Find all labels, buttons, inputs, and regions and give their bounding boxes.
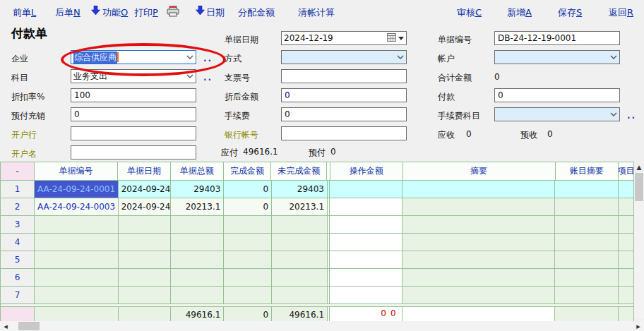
fee-subject-combobox[interactable] [494,107,620,121]
doc-date-cell[interactable]: 2024-09-24 [119,198,172,215]
account-memo-cell[interactable] [555,269,619,286]
chevron-down-icon[interactable] [395,55,406,59]
doc-no-input[interactable] [494,31,620,45]
undone-amount-cell[interactable] [272,251,328,268]
doc-total-cell[interactable] [171,216,224,233]
account-memo-cell[interactable] [555,287,619,303]
scroll-up-icon[interactable]: ▲ [634,162,644,172]
undone-amount-cell[interactable] [272,287,328,303]
vertical-scroll-thumb[interactable] [635,173,643,201]
doc-date-cell[interactable] [119,287,172,303]
dropdown-arrow-icon[interactable] [91,6,100,18]
undone-amount-cell[interactable] [272,269,328,286]
payment-input[interactable] [494,88,620,102]
doc-no-cell[interactable]: AA-24-09-24-0001 [35,181,119,198]
done-amount-cell[interactable] [224,216,272,233]
doc-no-cell[interactable] [35,234,119,251]
project-cell[interactable] [619,269,633,286]
chevron-down-icon[interactable] [184,55,196,59]
account-memo-cell[interactable] [555,251,619,268]
vertical-scrollbar[interactable]: ▲ [634,162,644,319]
table-row[interactable]: 4 [1,234,633,251]
project-cell[interactable] [619,216,633,233]
op-amount-ledger-cell[interactable] [330,251,402,268]
doc-date-cell[interactable] [119,234,172,251]
done-amount-cell[interactable] [224,287,272,303]
doc-no-cell[interactable] [35,251,119,268]
scroll-right-icon[interactable]: ▸ [633,321,644,331]
table-row[interactable]: 5 [1,251,633,269]
clear-account-calc-button[interactable]: 清帐计算 [298,6,335,19]
col-header-doc-no[interactable]: 单据编号 [35,162,118,180]
doc-total-cell[interactable] [171,251,224,268]
doc-date-cell[interactable]: 2024-09-24 [119,181,172,198]
prev-doc-button[interactable]: 前单L [13,6,36,19]
bank-account-input[interactable] [281,126,407,140]
doc-no-cell[interactable]: AA-24-09-24-0003 [35,198,119,215]
doc-date-picker[interactable]: 2024-12-19 [281,31,407,45]
done-amount-cell[interactable] [224,251,272,268]
op-amount-ledger-cell[interactable] [330,198,402,215]
op-amount-ledger-cell[interactable] [330,216,402,233]
method-combobox[interactable] [281,50,407,64]
col-header-done-amount[interactable]: 完成金额 [224,162,272,180]
done-amount-cell[interactable] [224,234,272,251]
chevron-down-icon[interactable] [184,74,196,78]
col-header-memo[interactable]: 摘要 [403,162,556,180]
allocate-amount-button[interactable]: 分配金额 [238,6,275,19]
horizontal-scrollbar[interactable]: ◂ ▸ [0,321,644,331]
prepay-offset-input[interactable] [71,107,196,121]
op-amount-ledger-cell[interactable] [330,287,402,303]
account-memo-cell[interactable] [555,181,619,198]
table-row[interactable]: 1AA-24-09-24-00012024-09-2429403029403 [1,181,633,198]
project-cell[interactable] [619,251,633,268]
doc-no-cell[interactable] [35,287,119,303]
memo-cell[interactable] [402,216,555,233]
memo-cell[interactable] [402,251,555,268]
op-amount-ledger-cell[interactable] [330,269,402,286]
account-memo-cell[interactable] [555,216,619,233]
col-header-account-memo[interactable]: 账目摘要 [556,162,619,180]
horizontal-scroll-thumb[interactable] [18,322,40,330]
next-doc-button[interactable]: 后单N [55,6,80,19]
doc-total-cell[interactable]: 29403 [171,181,224,198]
doc-total-cell[interactable]: 20213.1 [171,198,224,215]
undone-amount-cell[interactable] [272,234,328,251]
project-cell[interactable] [619,181,633,198]
memo-cell[interactable] [402,287,555,303]
memo-cell[interactable] [402,234,555,251]
scroll-left-icon[interactable]: ◂ [0,321,11,331]
date-button[interactable]: 日期 [206,6,225,19]
company-browse-button[interactable]: .. [203,54,213,64]
account-memo-cell[interactable] [555,198,619,215]
doc-date-cell[interactable] [119,216,172,233]
add-new-button[interactable]: 新增A [507,6,532,19]
functions-button[interactable]: 功能O [102,6,128,19]
calendar-icon[interactable] [387,33,396,44]
audit-button[interactable]: 审核C [457,6,482,19]
project-cell[interactable] [619,234,633,251]
done-amount-cell[interactable] [224,269,272,286]
print-button[interactable]: 打印P [134,6,158,19]
table-row[interactable]: 3 [1,216,633,234]
project-cell[interactable] [619,287,633,303]
done-amount-cell[interactable]: 0 [224,198,272,215]
col-header-project[interactable]: 项目 [619,162,633,180]
table-row[interactable]: 2AA-24-09-24-00032024-09-2420213.1020213… [1,198,633,216]
doc-no-cell[interactable] [35,216,119,233]
op-amount-ledger-cell[interactable] [330,181,402,198]
doc-no-cell[interactable] [35,269,119,286]
memo-cell[interactable] [402,269,555,286]
subject-combobox[interactable]: 业务支出 [71,69,196,83]
undone-amount-cell[interactable] [272,216,328,233]
chevron-down-icon[interactable] [608,55,619,59]
undone-amount-cell[interactable]: 20213.1 [272,198,328,215]
doc-total-cell[interactable] [171,234,224,251]
fee-input[interactable] [281,107,407,121]
account-name-input[interactable] [71,145,196,160]
project-cell[interactable] [619,198,633,215]
col-header-op-amount[interactable]: 操作金额 [330,162,403,180]
doc-date-cell[interactable] [119,251,172,268]
col-header-undone-amount[interactable]: 未完成金额 [271,162,327,180]
discount-rate-input[interactable] [71,88,196,102]
